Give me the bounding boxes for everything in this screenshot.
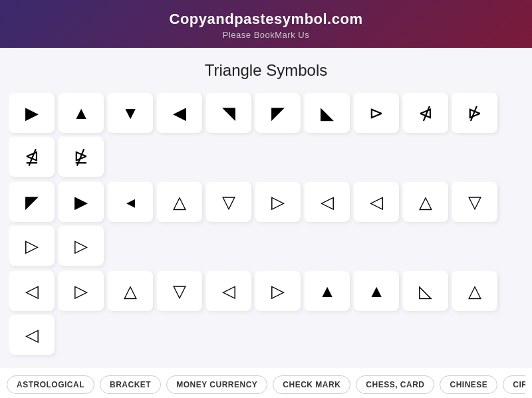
category-pill-chinese[interactable]: CHINESE: [440, 375, 497, 394]
symbol-cell-r1-c8[interactable]: ⊳: [354, 93, 399, 133]
category-pill-chess--card[interactable]: CHESS, CARD: [356, 375, 434, 394]
symbol-row-3: ◁▷△▽◁▷▲▲◺△◁: [7, 271, 525, 355]
symbol-cell-r1-c11[interactable]: ⋬: [9, 137, 55, 177]
symbol-cell-r2-c6[interactable]: ▷: [255, 182, 301, 222]
site-header: Copyandpastesymbol.com Please BookMark U…: [0, 0, 532, 48]
symbol-grid: ▶▲▼◀◥◤◣⊳⋪⋫⋬⋭◤▶◂△▽▷◁◁△▽▷▷◁▷△▽◁▷▲▲◺△◁: [7, 93, 525, 355]
symbol-cell-r1-c4[interactable]: ◀: [157, 93, 202, 133]
main-content: Triangle Symbols ▶▲▼◀◥◤◣⊳⋪⋫⋬⋭◤▶◂△▽▷◁◁△▽▷…: [0, 48, 532, 367]
symbol-cell-r2-c8[interactable]: ◁: [354, 182, 399, 222]
symbol-cell-r1-c1[interactable]: ▶: [9, 93, 55, 133]
symbol-row-1: ▶▲▼◀◥◤◣⊳⋪⋫⋬⋭: [7, 93, 525, 177]
symbol-cell-r3-c7[interactable]: ▲: [305, 271, 350, 311]
symbol-cell-r2-c10[interactable]: ▽: [452, 182, 497, 222]
symbol-cell-r2-c3[interactable]: ◂: [108, 182, 153, 222]
symbol-cell-r2-c11[interactable]: ▷: [9, 226, 55, 266]
symbol-cell-r3-c10[interactable]: △: [452, 271, 497, 311]
symbol-cell-r2-c7[interactable]: ◁: [305, 182, 350, 222]
symbol-cell-r3-c6[interactable]: ▷: [255, 271, 301, 311]
symbol-cell-r2-c9[interactable]: △: [403, 182, 448, 222]
symbol-cell-r1-c10[interactable]: ⋫: [452, 93, 497, 133]
symbol-cell-r3-c4[interactable]: ▽: [157, 271, 202, 311]
symbol-cell-r3-c11[interactable]: ◁: [9, 315, 55, 355]
symbol-cell-r1-c7[interactable]: ◣: [305, 93, 350, 133]
category-pill-astrological[interactable]: ASTROLOGICAL: [7, 375, 94, 394]
category-pill-circle[interactable]: CIRCLE: [503, 375, 525, 394]
site-title: Copyandpastesymbol.com: [0, 11, 532, 28]
symbol-cell-r2-c5[interactable]: ▽: [206, 182, 251, 222]
symbol-cell-r2-c4[interactable]: △: [157, 182, 202, 222]
symbol-row-2: ◤▶◂△▽▷◁◁△▽▷▷: [7, 182, 525, 266]
symbol-cell-r1-c2[interactable]: ▲: [59, 93, 104, 133]
symbol-cell-r1-c3[interactable]: ▼: [108, 93, 153, 133]
symbol-cell-r1-c6[interactable]: ◤: [255, 93, 301, 133]
symbol-cell-r3-c9[interactable]: ◺: [403, 271, 448, 311]
symbol-cell-r2-c12[interactable]: ▷: [59, 226, 104, 266]
category-row-1: ASTROLOGICALBRACKETMONEY CURRENCYCHECK M…: [7, 375, 525, 394]
categories-section: ASTROLOGICALBRACKETMONEY CURRENCYCHECK M…: [0, 367, 532, 398]
symbol-cell-r3-c8[interactable]: ▲: [354, 271, 399, 311]
symbol-cell-r1-c5[interactable]: ◥: [206, 93, 251, 133]
category-pill-bracket[interactable]: BRACKET: [100, 375, 161, 394]
category-pill-check-mark[interactable]: CHECK MARK: [273, 375, 350, 394]
symbol-cell-r3-c3[interactable]: △: [108, 271, 153, 311]
site-subtitle: Please BookMark Us: [0, 30, 532, 40]
symbol-cell-r2-c2[interactable]: ▶: [59, 182, 104, 222]
symbol-cell-r1-c9[interactable]: ⋪: [403, 93, 448, 133]
page-title: Triangle Symbols: [7, 61, 525, 80]
symbol-cell-r2-c1[interactable]: ◤: [9, 182, 55, 222]
category-pill-money-currency[interactable]: MONEY CURRENCY: [166, 375, 267, 394]
symbol-cell-r3-c5[interactable]: ◁: [206, 271, 251, 311]
symbol-cell-r3-c2[interactable]: ▷: [59, 271, 104, 311]
symbol-cell-r1-c12[interactable]: ⋭: [59, 137, 104, 177]
symbol-cell-r3-c1[interactable]: ◁: [9, 271, 55, 311]
